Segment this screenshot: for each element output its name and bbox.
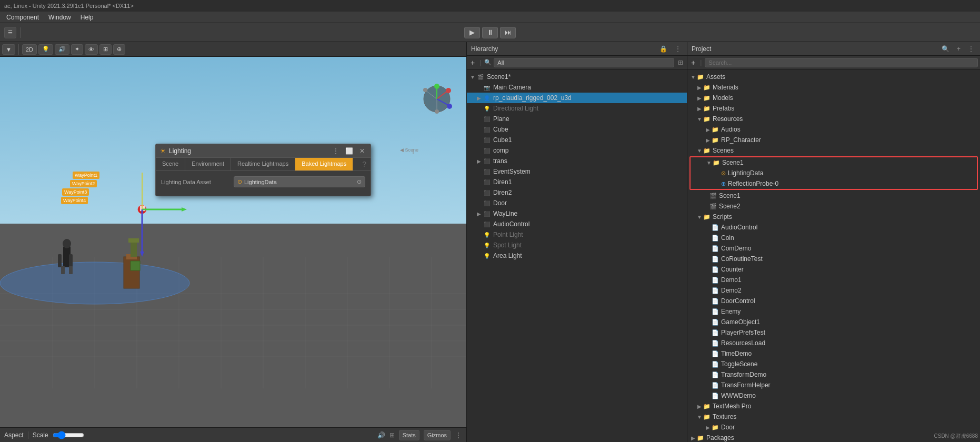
hier-dir-light[interactable]: 💡 Directional Light — [467, 103, 687, 114]
folder-scenes[interactable]: ▼ 📁 Scenes — [687, 145, 980, 156]
hier-plane[interactable]: ⬛ Plane — [467, 114, 687, 124]
script-togglescene[interactable]: 📄 ToggleScene — [687, 359, 980, 369]
grid-icon[interactable]: ⊞ — [389, 431, 395, 439]
folder-audios[interactable]: ▶ 📁 Audios — [687, 124, 980, 135]
hier-diren2[interactable]: ⬛ Diren2 — [467, 187, 687, 198]
effects-btn[interactable]: ✦ — [71, 44, 83, 55]
hier-door[interactable]: ⬛ Door — [467, 198, 687, 208]
project-search-input[interactable] — [705, 58, 978, 67]
hierarchy-menu-btn[interactable]: ⋮ — [673, 45, 683, 53]
folder-rp-char[interactable]: ▶ 📁 RP_Character — [687, 135, 980, 145]
tab-scene[interactable]: Scene — [156, 158, 185, 170]
assets-root[interactable]: ▼ 📁 Assets — [687, 72, 980, 82]
menu-component[interactable]: Component — [2, 13, 43, 22]
folder-models[interactable]: ▶ 📁 Models — [687, 93, 980, 103]
hier-point-light[interactable]: 💡 Point Light — [467, 229, 687, 240]
script-coin[interactable]: 📄 Coin — [687, 233, 980, 243]
folder-door[interactable]: ▶ 📁 Door — [687, 422, 980, 433]
hierarchy-lock-btn[interactable]: 🔒 — [658, 45, 669, 53]
volume-icon[interactable]: 🔊 — [377, 431, 385, 439]
file-scene1[interactable]: 🎬 Scene1 — [687, 190, 980, 201]
play-button[interactable]: ▶ — [464, 27, 480, 38]
script-timedemo[interactable]: 📄 TimeDemo — [687, 348, 980, 359]
folder-textmesh[interactable]: ▶ 📁 TextMesh Pro — [687, 401, 980, 411]
pause-button[interactable]: ⏸ — [482, 27, 498, 38]
scene-root[interactable]: ▼ 🎬 Scene1* — [467, 72, 687, 82]
project-add-btn2[interactable]: + — [689, 58, 697, 67]
file-scene2[interactable]: 🎬 Scene2 — [687, 201, 980, 212]
script-gameobject1[interactable]: 📄 GameObject1 — [687, 317, 980, 327]
folder-materials[interactable]: ▶ 📁 Materials — [687, 82, 980, 93]
hier-main-camera[interactable]: 📷 Main Camera — [467, 82, 687, 93]
lighting-help-icon[interactable]: ? — [358, 158, 371, 170]
step-button[interactable]: ⏭ — [500, 27, 516, 38]
script-audiocontrol[interactable]: 📄 AudioControl — [687, 222, 980, 233]
folder-scene1[interactable]: ▼ 📁 Scene1 — [691, 157, 977, 168]
hier-comp[interactable]: ⬛ comp — [467, 145, 687, 156]
lighting-maximize-btn[interactable]: ⬜ — [344, 147, 355, 155]
light-btn[interactable]: 💡 — [38, 44, 53, 55]
script-wwwdemo[interactable]: 📄 WWWDemo — [687, 390, 980, 401]
2d-btn[interactable]: 2D — [22, 44, 37, 55]
hier-spot-light[interactable]: 💡 Spot Light — [467, 240, 687, 250]
hier-wayline[interactable]: ▶ ⬛ WayLine — [467, 208, 687, 219]
tab-baked[interactable]: Baked Lightmaps — [295, 158, 353, 170]
grid-btn[interactable]: ⊞ — [99, 44, 112, 55]
hier-cube1[interactable]: ⬛ Cube1 — [467, 135, 687, 145]
script-enemy[interactable]: 📄 Enemy — [687, 306, 980, 317]
folder-prefabs[interactable]: ▶ 📁 Prefabs — [687, 103, 980, 114]
hier-trans[interactable]: ▶ ⬛ trans — [467, 156, 687, 166]
tab-realtime[interactable]: Realtime Lightmaps — [231, 158, 295, 170]
hier-eventsystem[interactable]: ⬛ EventSystem — [467, 166, 687, 177]
wwwdemo-label: WWWDemo — [721, 392, 756, 399]
hier-cube[interactable]: ⬛ Cube — [467, 124, 687, 135]
script-coroutinetest[interactable]: 📄 CoRoutineTest — [687, 254, 980, 264]
script-comdemo[interactable]: 📄 ComDemo — [687, 243, 980, 254]
scene-tab[interactable]: ▼ — [2, 44, 15, 55]
more-btn[interactable]: ⋮ — [455, 431, 462, 439]
script-doorcontrol[interactable]: 📄 DoorControl — [687, 296, 980, 306]
lighting-close-btn[interactable]: ✕ — [358, 147, 366, 155]
project-search-btn[interactable]: 🔍 — [940, 45, 951, 53]
project-menu-btn[interactable]: ⋮ — [966, 45, 976, 53]
script-counter[interactable]: 📄 Counter — [687, 264, 980, 275]
cube-label: Cube — [493, 126, 508, 133]
folder-resources[interactable]: ▼ 📁 Resources — [687, 114, 980, 124]
hierarchy-add-btn[interactable]: + — [469, 58, 476, 67]
svg-rect-24 — [61, 266, 65, 274]
audio-btn[interactable]: 🔊 — [55, 44, 69, 55]
script-resourcesload[interactable]: 📄 ResourcesLoad — [687, 338, 980, 348]
script-transformhelper[interactable]: 📄 TransFormHelper — [687, 380, 980, 390]
gameobject1-label: GameObject1 — [721, 318, 760, 326]
hier-diren1[interactable]: ⬛ Diren1 — [467, 177, 687, 187]
folder-scripts[interactable]: ▼ 📁 Scripts — [687, 212, 980, 222]
file-lighting-data[interactable]: ⊙ LightingData — [691, 168, 977, 178]
scale-slider[interactable] — [53, 432, 84, 438]
lighting-asset-input[interactable]: ⊙ LightingData ⊙ — [234, 176, 365, 187]
gizmo-btn[interactable]: ⊕ — [113, 44, 125, 55]
gizmos-btn[interactable]: Gizmos — [424, 430, 451, 440]
script-playerprefstest[interactable]: 📄 PlayerPrefsTest — [687, 327, 980, 338]
file-reflection-probe[interactable]: ⊕ ReflectionProbe-0 — [691, 178, 977, 189]
lighting-menu-btn[interactable]: ⋮ — [331, 147, 341, 155]
hier-audiocontrol[interactable]: ⬛ AudioControl — [467, 219, 687, 229]
script-demo2[interactable]: 📄 Demo2 — [687, 285, 980, 296]
waypoint-label-4: WayPoint4 — [61, 197, 88, 204]
hierarchy-filter-btn[interactable]: ⊞ — [676, 58, 685, 67]
hier-claudia[interactable]: ▶ 👤 rp_claudia_rigged_002_u3d — [467, 93, 687, 103]
char-icon: 👤 — [483, 94, 491, 102]
lighting-asset-pick-icon[interactable]: ⊙ — [357, 178, 362, 185]
hierarchy-tree: ▼ 🎬 Scene1* 📷 Main Camera ▶ 👤 rp_claudia… — [467, 69, 687, 442]
script-demo1[interactable]: 📄 Demo1 — [687, 275, 980, 285]
stats-btn[interactable]: Stats — [399, 430, 419, 440]
folder-textures[interactable]: ▼ 📁 Textures — [687, 411, 980, 422]
toolbar-left[interactable]: ☰ — [4, 27, 16, 38]
menu-window[interactable]: Window — [44, 13, 75, 22]
script-transformdemo[interactable]: 📄 TransformDemo — [687, 369, 980, 380]
hier-area-light[interactable]: 💡 Area Light — [467, 250, 687, 261]
tab-environment[interactable]: Environment — [185, 158, 231, 170]
hidden-btn[interactable]: 👁 — [85, 44, 98, 55]
menu-help[interactable]: Help — [76, 13, 98, 22]
hierarchy-search[interactable] — [494, 58, 674, 67]
project-add-btn[interactable]: + — [955, 45, 962, 53]
